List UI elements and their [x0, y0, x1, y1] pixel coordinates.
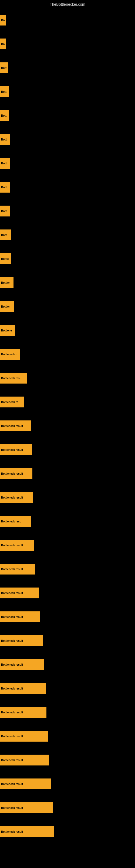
bar-label: Bottleneck result	[1, 735, 23, 738]
bar-item: Bottl	[0, 206, 10, 216]
bar-item: Bottleneck result	[0, 707, 46, 718]
bar-row: Bottleneck result	[0, 414, 135, 438]
bar-row: Bottleneck result	[0, 748, 135, 772]
bar-label: Bottleneck r	[1, 353, 17, 356]
bar-row: Bottleneck result	[0, 557, 135, 581]
bar-label: Bottl	[1, 186, 7, 189]
bar-item: Bott	[0, 110, 9, 121]
bar-item: Bo	[0, 14, 6, 26]
bar-label: Bott	[1, 114, 6, 117]
bar-row: Bottleneck result	[0, 701, 135, 724]
bar-item: Bott	[0, 86, 9, 97]
bar-row: Bottl	[0, 175, 135, 199]
bar-item: Bottlen	[0, 277, 13, 288]
bar-label: Bottlen	[1, 281, 10, 284]
bar-row: Bo	[0, 8, 135, 32]
bar-label: Bottleneck re	[1, 401, 18, 404]
bar-item: Bottle	[0, 253, 11, 264]
bar-label: Bottleneck result	[1, 687, 23, 690]
bar-label: Bottleneck result	[1, 782, 23, 785]
bar-label: Bottleneck result	[1, 759, 23, 762]
bar-row: Bottleneck result	[0, 772, 135, 796]
bar-item: Bottleneck re	[0, 397, 24, 407]
bar-item: Bott	[0, 62, 8, 73]
bar-item: Bottleneck result	[0, 588, 39, 598]
bar-row: Bottleneck resu	[0, 509, 135, 533]
bar-row: Bott	[0, 80, 135, 104]
bar-label: Bottleneck result	[1, 472, 23, 475]
bar-item: Bottl	[0, 134, 10, 145]
bar-label: Bottleneck result	[1, 568, 23, 571]
bar-row: Bottlene	[0, 318, 135, 342]
bar-row: Bottleneck result	[0, 820, 135, 844]
bar-row: Bottl	[0, 127, 135, 151]
bar-item: Bottleneck result	[0, 421, 31, 431]
bar-label: Bottl	[1, 162, 7, 165]
bar-row: Bottlen	[0, 294, 135, 318]
bar-item: Bottl	[0, 158, 10, 169]
bar-label: Bott	[1, 90, 6, 93]
bar-label: Bottleneck resu	[1, 377, 21, 380]
bar-item: Bottleneck result	[0, 755, 49, 766]
bar-row: Bottleneck resu	[0, 366, 135, 390]
bar-item: Bottlene	[0, 325, 15, 336]
bar-item: Bottleneck result	[0, 826, 54, 837]
bar-label: Bottleneck result	[1, 496, 23, 499]
bar-label: Bottleneck result	[1, 711, 23, 714]
bar-item: Bottleneck result	[0, 492, 33, 503]
bar-item: Bottleneck result	[0, 611, 40, 622]
bar-item: Bottleneck result	[0, 468, 32, 479]
bar-row: Bottleneck result	[0, 605, 135, 629]
bar-label: Bottleneck result	[1, 425, 23, 428]
bar-label: Bottleneck result	[1, 830, 23, 833]
bar-label: Bottlene	[1, 329, 12, 332]
bar-label: Bottle	[1, 257, 9, 260]
bar-label: Bottleneck result	[1, 544, 23, 547]
bar-item: Bottl	[0, 182, 10, 193]
bar-item: Bottleneck resu	[0, 516, 31, 527]
bar-row: Bott	[0, 56, 135, 80]
bar-row: Bottl	[0, 223, 135, 247]
bar-label: Bottleneck result	[1, 616, 23, 618]
bar-row: Bottleneck result	[0, 438, 135, 462]
bar-row: Bottleneck result	[0, 581, 135, 605]
bar-label: Bottlen	[1, 305, 10, 308]
bar-item: Bottleneck result	[0, 540, 34, 551]
bar-item: Bottleneck result	[0, 444, 32, 455]
bar-label: Bottl	[1, 138, 7, 141]
bar-row: Bottleneck r	[0, 342, 135, 366]
bar-row: Bo	[0, 32, 135, 56]
bar-row: Bottl	[0, 199, 135, 223]
bar-item: Bottleneck result	[0, 683, 46, 694]
bar-row: Bottleneck re	[0, 390, 135, 414]
bar-row: Bottleneck result	[0, 796, 135, 820]
bar-row: Bottleneck result	[0, 629, 135, 653]
bar-label: Bottleneck result	[1, 639, 23, 642]
bar-label: Bo	[1, 19, 5, 22]
bar-item: Bottleneck result	[0, 564, 35, 575]
bar-row: Bottleneck result	[0, 486, 135, 509]
bar-row: Bottleneck result	[0, 533, 135, 557]
bar-item: Bottleneck result	[0, 659, 44, 670]
bar-item: Bottleneck result	[0, 802, 53, 813]
bar-label: Bottleneck result	[1, 663, 23, 666]
bar-row: Bottlen	[0, 271, 135, 294]
bars-container: BoBoBottBottBottBottlBottlBottlBottlBott…	[0, 8, 135, 844]
bar-label: Bottleneck result	[1, 592, 23, 595]
bar-label: Bottl	[1, 234, 7, 237]
bar-item: Bottleneck result	[0, 778, 51, 789]
bar-row: Bottleneck result	[0, 462, 135, 486]
bar-item: Bottleneck result	[0, 635, 43, 646]
bar-row: Bottl	[0, 151, 135, 175]
bar-label: Bo	[1, 42, 5, 45]
bar-row: Bottleneck result	[0, 677, 135, 701]
bar-label: Bottl	[1, 210, 7, 213]
site-title: TheBottlenecker.com	[0, 0, 135, 8]
bar-item: Bottleneck result	[0, 731, 48, 742]
bar-label: Bott	[1, 66, 6, 69]
bar-item: Bottleneck resu	[0, 373, 27, 383]
bar-item: Bottl	[0, 229, 11, 240]
bar-label: Bottleneck result	[1, 448, 23, 452]
bar-item: Bottlen	[0, 301, 14, 312]
bar-row: Bottle	[0, 247, 135, 271]
